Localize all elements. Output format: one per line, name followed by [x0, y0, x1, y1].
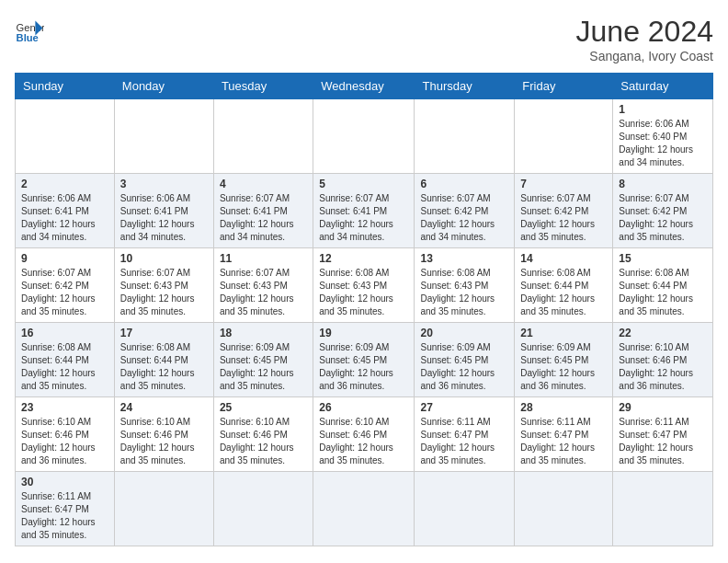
- calendar-cell: [313, 99, 415, 174]
- calendar-cell: 27Sunrise: 6:11 AMSunset: 6:47 PMDayligh…: [415, 397, 515, 472]
- calendar-cell: 12Sunrise: 6:08 AMSunset: 6:43 PMDayligh…: [313, 248, 415, 323]
- day-info: Sunrise: 6:07 AMSunset: 6:41 PMDaylight:…: [319, 193, 393, 242]
- day-info: Sunrise: 6:09 AMSunset: 6:45 PMDaylight:…: [420, 342, 495, 391]
- calendar-cell: 1Sunrise: 6:06 AMSunset: 6:40 PMDaylight…: [613, 99, 713, 174]
- day-number: 15: [619, 252, 707, 265]
- day-number: 1: [619, 103, 707, 116]
- day-info: Sunrise: 6:10 AMSunset: 6:46 PMDaylight:…: [220, 417, 294, 465]
- calendar-cell: [415, 472, 515, 546]
- day-info: Sunrise: 6:11 AMSunset: 6:47 PMDaylight:…: [619, 417, 693, 465]
- calendar-week-2: 2Sunrise: 6:06 AMSunset: 6:41 PMDaylight…: [16, 174, 713, 248]
- day-info: Sunrise: 6:10 AMSunset: 6:46 PMDaylight:…: [21, 417, 96, 465]
- calendar-cell: 29Sunrise: 6:11 AMSunset: 6:47 PMDayligh…: [613, 397, 713, 472]
- day-number: 24: [120, 401, 208, 414]
- calendar-cell: [114, 472, 213, 546]
- day-number: 28: [520, 401, 607, 414]
- day-info: Sunrise: 6:06 AMSunset: 6:41 PMDaylight:…: [21, 193, 96, 242]
- calendar-cell: 2Sunrise: 6:06 AMSunset: 6:41 PMDaylight…: [16, 174, 115, 248]
- day-info: Sunrise: 6:07 AMSunset: 6:43 PMDaylight:…: [220, 268, 294, 316]
- column-header-tuesday: Tuesday: [213, 74, 313, 99]
- day-info: Sunrise: 6:08 AMSunset: 6:43 PMDaylight:…: [420, 268, 495, 316]
- day-number: 6: [420, 178, 508, 190]
- calendar-cell: [515, 472, 613, 546]
- column-header-friday: Friday: [515, 74, 613, 99]
- day-number: 12: [319, 252, 408, 265]
- day-number: 18: [220, 327, 307, 339]
- calendar-cell: 24Sunrise: 6:10 AMSunset: 6:46 PMDayligh…: [114, 397, 213, 472]
- calendar-cell: [114, 99, 213, 174]
- day-info: Sunrise: 6:07 AMSunset: 6:43 PMDaylight:…: [120, 268, 195, 316]
- calendar-cell: 13Sunrise: 6:08 AMSunset: 6:43 PMDayligh…: [415, 248, 515, 323]
- calendar-cell: 3Sunrise: 6:06 AMSunset: 6:41 PMDaylight…: [114, 174, 213, 248]
- calendar-cell: 25Sunrise: 6:10 AMSunset: 6:46 PMDayligh…: [213, 397, 313, 472]
- calendar-cell: 8Sunrise: 6:07 AMSunset: 6:42 PMDaylight…: [613, 174, 713, 248]
- day-number: 21: [520, 327, 607, 339]
- calendar-cell: [613, 472, 713, 546]
- calendar-cell: [213, 472, 313, 546]
- calendar-week-6: 30Sunrise: 6:11 AMSunset: 6:47 PMDayligh…: [16, 472, 713, 546]
- title-block: June 2024 Sangana, Ivory Coast: [576, 15, 713, 63]
- calendar-cell: 10Sunrise: 6:07 AMSunset: 6:43 PMDayligh…: [114, 248, 213, 323]
- day-info: Sunrise: 6:11 AMSunset: 6:47 PMDaylight:…: [21, 491, 96, 540]
- day-info: Sunrise: 6:08 AMSunset: 6:44 PMDaylight:…: [619, 268, 693, 316]
- day-number: 25: [220, 401, 307, 414]
- day-number: 4: [220, 178, 307, 190]
- svg-text:Blue: Blue: [17, 32, 39, 43]
- column-header-saturday: Saturday: [613, 74, 713, 99]
- calendar-cell: 9Sunrise: 6:07 AMSunset: 6:42 PMDaylight…: [16, 248, 115, 323]
- day-number: 19: [319, 327, 408, 339]
- day-info: Sunrise: 6:07 AMSunset: 6:42 PMDaylight:…: [21, 268, 96, 316]
- day-number: 22: [619, 327, 707, 339]
- calendar-week-5: 23Sunrise: 6:10 AMSunset: 6:46 PMDayligh…: [16, 397, 713, 472]
- calendar-cell: [415, 99, 515, 174]
- calendar-cell: 6Sunrise: 6:07 AMSunset: 6:42 PMDaylight…: [415, 174, 515, 248]
- calendar-cell: 4Sunrise: 6:07 AMSunset: 6:41 PMDaylight…: [213, 174, 313, 248]
- day-number: 23: [21, 401, 108, 414]
- calendar-cell: 15Sunrise: 6:08 AMSunset: 6:44 PMDayligh…: [613, 248, 713, 323]
- day-info: Sunrise: 6:10 AMSunset: 6:46 PMDaylight:…: [319, 417, 393, 465]
- day-number: 20: [420, 327, 508, 339]
- day-number: 26: [319, 401, 408, 414]
- day-number: 29: [619, 401, 707, 414]
- day-number: 11: [220, 252, 307, 265]
- calendar-week-1: 1Sunrise: 6:06 AMSunset: 6:40 PMDaylight…: [16, 99, 713, 174]
- day-number: 3: [120, 178, 208, 190]
- calendar-week-3: 9Sunrise: 6:07 AMSunset: 6:42 PMDaylight…: [16, 248, 713, 323]
- page-header: General Blue June 2024 Sangana, Ivory Co…: [15, 15, 713, 63]
- calendar-cell: 14Sunrise: 6:08 AMSunset: 6:44 PMDayligh…: [515, 248, 613, 323]
- calendar-cell: 30Sunrise: 6:11 AMSunset: 6:47 PMDayligh…: [16, 472, 115, 546]
- column-header-sunday: Sunday: [16, 74, 115, 99]
- calendar-cell: 11Sunrise: 6:07 AMSunset: 6:43 PMDayligh…: [213, 248, 313, 323]
- day-info: Sunrise: 6:11 AMSunset: 6:47 PMDaylight:…: [420, 417, 495, 465]
- day-number: 10: [120, 252, 208, 265]
- calendar-cell: 22Sunrise: 6:10 AMSunset: 6:46 PMDayligh…: [613, 323, 713, 397]
- calendar-header-row: SundayMondayTuesdayWednesdayThursdayFrid…: [16, 74, 713, 99]
- calendar-cell: 21Sunrise: 6:09 AMSunset: 6:45 PMDayligh…: [515, 323, 613, 397]
- day-info: Sunrise: 6:07 AMSunset: 6:42 PMDaylight:…: [619, 193, 693, 242]
- calendar-cell: 20Sunrise: 6:09 AMSunset: 6:45 PMDayligh…: [415, 323, 515, 397]
- day-number: 8: [619, 178, 707, 190]
- day-number: 30: [21, 476, 108, 488]
- day-info: Sunrise: 6:08 AMSunset: 6:44 PMDaylight:…: [120, 342, 195, 391]
- day-info: Sunrise: 6:09 AMSunset: 6:45 PMDaylight:…: [220, 342, 294, 391]
- day-info: Sunrise: 6:09 AMSunset: 6:45 PMDaylight:…: [520, 342, 595, 391]
- calendar-subtitle: Sangana, Ivory Coast: [576, 49, 713, 63]
- day-info: Sunrise: 6:11 AMSunset: 6:47 PMDaylight:…: [520, 417, 595, 465]
- day-info: Sunrise: 6:07 AMSunset: 6:42 PMDaylight:…: [420, 193, 495, 242]
- day-info: Sunrise: 6:10 AMSunset: 6:46 PMDaylight:…: [619, 342, 693, 391]
- day-info: Sunrise: 6:09 AMSunset: 6:45 PMDaylight:…: [319, 342, 393, 391]
- column-header-monday: Monday: [114, 74, 213, 99]
- calendar-cell: 26Sunrise: 6:10 AMSunset: 6:46 PMDayligh…: [313, 397, 415, 472]
- column-header-thursday: Thursday: [415, 74, 515, 99]
- day-info: Sunrise: 6:06 AMSunset: 6:40 PMDaylight:…: [619, 119, 693, 167]
- day-info: Sunrise: 6:07 AMSunset: 6:42 PMDaylight:…: [520, 193, 595, 242]
- day-number: 13: [420, 252, 508, 265]
- calendar-cell: 16Sunrise: 6:08 AMSunset: 6:44 PMDayligh…: [16, 323, 115, 397]
- calendar-cell: [213, 99, 313, 174]
- calendar-table: SundayMondayTuesdayWednesdayThursdayFrid…: [15, 73, 713, 546]
- column-header-wednesday: Wednesday: [313, 74, 415, 99]
- calendar-cell: [515, 99, 613, 174]
- day-info: Sunrise: 6:10 AMSunset: 6:46 PMDaylight:…: [120, 417, 195, 465]
- calendar-cell: [16, 99, 115, 174]
- calendar-title: June 2024: [576, 15, 713, 49]
